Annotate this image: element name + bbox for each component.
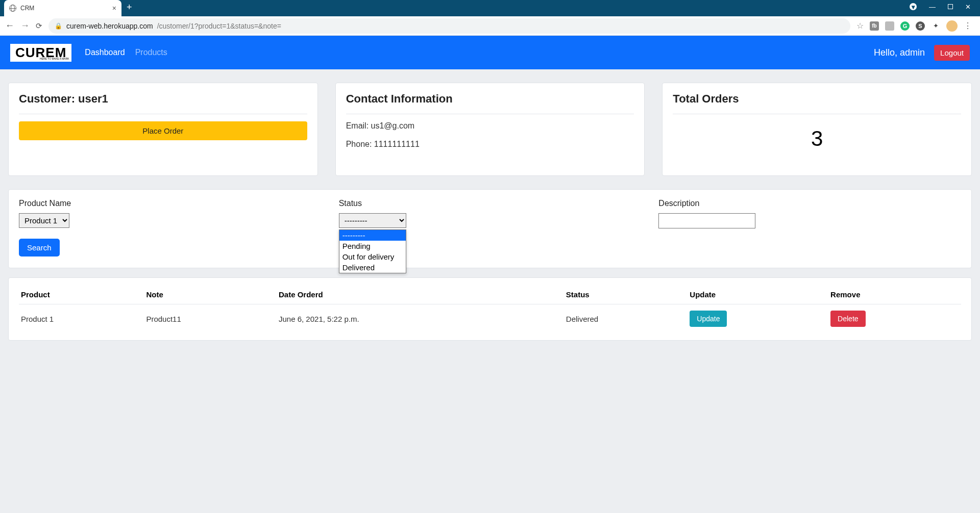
url-host: curem-web.herokuapp.com	[66, 22, 153, 30]
reload-button[interactable]: ⟳	[36, 21, 42, 31]
star-icon[interactable]: ☆	[856, 21, 864, 31]
product-name-select[interactable]: Product 1	[19, 213, 69, 228]
logout-button[interactable]: Logout	[934, 45, 970, 61]
extension-icon[interactable]	[885, 21, 894, 31]
browser-tab[interactable]: CRM ×	[4, 0, 121, 16]
tab-close-icon[interactable]: ×	[112, 4, 116, 12]
logo-subtitle: HERE TO MAKE A MARK	[40, 57, 69, 60]
total-orders-card: Total Orders 3	[662, 83, 972, 176]
cell-remove: Delete	[828, 304, 961, 334]
status-dropdown-list: --------- Pending Out for delivery Deliv…	[339, 229, 406, 273]
status-option[interactable]: ---------	[339, 230, 406, 241]
table-row: Product 1 Product11 June 6, 2021, 5:22 p…	[19, 304, 961, 334]
url-input[interactable]: 🔒 curem-web.herokuapp.com/customer/1?pro…	[48, 18, 850, 34]
cell-status: Delivered	[564, 304, 688, 334]
nav-links: Dashboard Products	[85, 48, 167, 57]
browser-chrome: CRM × + ▾ — ✕ ← → ⟳ 🔒 curem-web.herokuap…	[0, 0, 980, 36]
nav-products[interactable]: Products	[135, 48, 167, 57]
kebab-menu-icon[interactable]: ⋮	[964, 21, 972, 31]
browser-address-bar: ← → ⟳ 🔒 curem-web.herokuapp.com/customer…	[0, 16, 980, 36]
summary-row: Customer: user1 Place Order Contact Info…	[8, 83, 972, 176]
col-note: Note	[144, 285, 277, 304]
filter-card: Product Name Product 1 Status --------- …	[8, 189, 972, 268]
total-orders-heading: Total Orders	[673, 92, 961, 106]
tab-title: CRM	[20, 5, 108, 12]
status-option[interactable]: Delivered	[339, 262, 406, 273]
minimize-button[interactable]: —	[929, 3, 936, 11]
browser-titlebar: CRM × + ▾ — ✕	[0, 0, 980, 16]
contact-phone: Phone: 1111111111	[346, 140, 634, 149]
maximize-button[interactable]	[948, 4, 953, 9]
window-controls: ▾ — ✕	[900, 0, 980, 14]
profile-avatar[interactable]	[946, 20, 958, 32]
url-path: /customer/1?product=1&status=&note=	[157, 22, 281, 30]
contact-email: Email: us1@g.com	[346, 121, 634, 131]
cell-note: Product11	[144, 304, 277, 334]
vpn-icon[interactable]: ▾	[910, 3, 917, 10]
orders-table: Product Note Date Orderd Status Update R…	[19, 285, 961, 333]
description-label: Description	[658, 199, 961, 208]
filter-product: Product Name Product 1	[19, 199, 322, 228]
filter-description: Description	[658, 199, 961, 228]
extensions-puzzle-icon[interactable]: ✦	[931, 21, 940, 31]
app-logo[interactable]: CUREM HERE TO MAKE A MARK	[10, 44, 71, 62]
cell-product: Product 1	[19, 304, 144, 334]
filter-status: Status --------- --------- Pending Out f…	[339, 199, 642, 228]
extensions: fb G S ✦ ⋮	[870, 20, 975, 32]
contact-heading: Contact Information	[346, 92, 634, 106]
update-button[interactable]: Update	[690, 311, 727, 327]
col-update: Update	[688, 285, 828, 304]
nav-dashboard[interactable]: Dashboard	[85, 48, 125, 57]
status-option[interactable]: Pending	[339, 241, 406, 251]
page-body: Customer: user1 Place Order Contact Info…	[0, 69, 980, 513]
cell-date: June 6, 2021, 5:22 p.m.	[277, 304, 564, 334]
product-name-label: Product Name	[19, 199, 322, 208]
hello-user: Hello, admin	[874, 47, 925, 58]
status-label: Status	[339, 199, 642, 208]
place-order-button[interactable]: Place Order	[19, 121, 307, 140]
forward-button[interactable]: →	[20, 20, 30, 31]
nav-right: Hello, admin Logout	[874, 45, 970, 61]
customer-card: Customer: user1 Place Order	[8, 83, 318, 176]
divider	[19, 114, 307, 114]
globe-icon	[9, 5, 16, 12]
app-navbar: CUREM HERE TO MAKE A MARK Dashboard Prod…	[0, 36, 980, 69]
divider	[673, 114, 961, 114]
customer-heading: Customer: user1	[19, 92, 307, 106]
col-date: Date Orderd	[277, 285, 564, 304]
close-window-button[interactable]: ✕	[965, 3, 971, 11]
skype-icon[interactable]: S	[916, 21, 925, 31]
col-remove: Remove	[828, 285, 961, 304]
lock-icon: 🔒	[55, 22, 62, 30]
cell-update: Update	[688, 304, 828, 334]
back-button[interactable]: ←	[5, 20, 14, 31]
description-input[interactable]	[658, 213, 755, 228]
status-option[interactable]: Out for delivery	[339, 251, 406, 262]
status-select[interactable]: ---------	[339, 213, 406, 228]
contact-card: Contact Information Email: us1@g.com Pho…	[335, 83, 645, 176]
orders-table-card: Product Note Date Orderd Status Update R…	[8, 277, 972, 341]
divider	[346, 114, 634, 114]
col-product: Product	[19, 285, 144, 304]
delete-button[interactable]: Delete	[830, 311, 865, 327]
extension-fb-icon[interactable]: fb	[870, 21, 879, 31]
col-status: Status	[564, 285, 688, 304]
table-header-row: Product Note Date Orderd Status Update R…	[19, 285, 961, 304]
search-button[interactable]: Search	[19, 239, 60, 256]
grammarly-icon[interactable]: G	[900, 21, 910, 31]
new-tab-button[interactable]: +	[127, 2, 132, 13]
total-orders-value: 3	[673, 121, 961, 166]
